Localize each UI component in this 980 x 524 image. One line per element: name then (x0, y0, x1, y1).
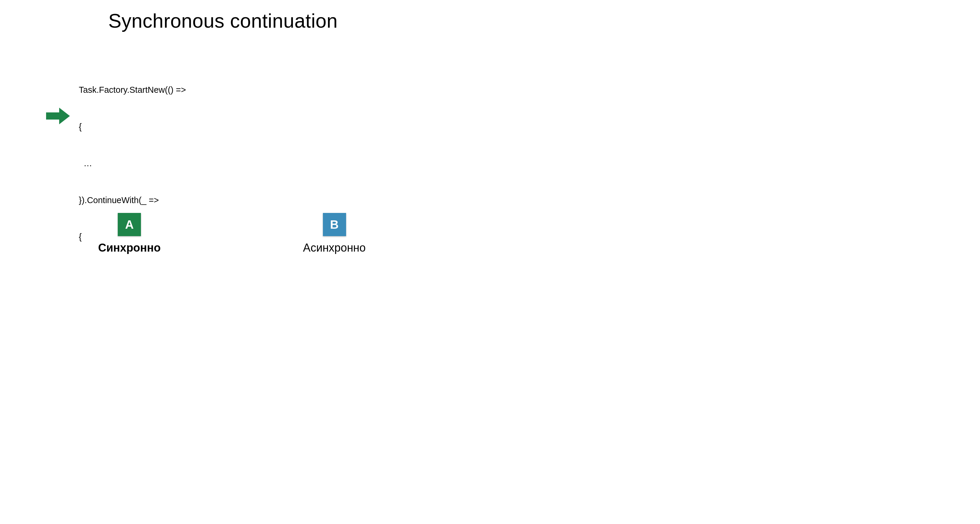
slide-title: Synchronous continuation (0, 10, 446, 32)
code-line: }).ContinueWith(_ => (79, 194, 311, 206)
code-line: … (79, 157, 311, 169)
option-a-badge: A (118, 213, 141, 236)
option-a-label: Синхронно (98, 242, 161, 254)
option-b[interactable]: B Асинхронно (303, 213, 366, 254)
options-row: A Синхронно B Асинхронно (0, 213, 446, 254)
option-b-badge: B (323, 213, 346, 236)
arrow-right-icon (46, 105, 70, 126)
code-line: Task.Factory.StartNew(() => (79, 84, 311, 96)
svg-marker-0 (46, 108, 70, 124)
option-b-label: Асинхронно (303, 242, 366, 254)
option-a[interactable]: A Синхронно (98, 213, 161, 254)
code-line: { (79, 121, 311, 133)
